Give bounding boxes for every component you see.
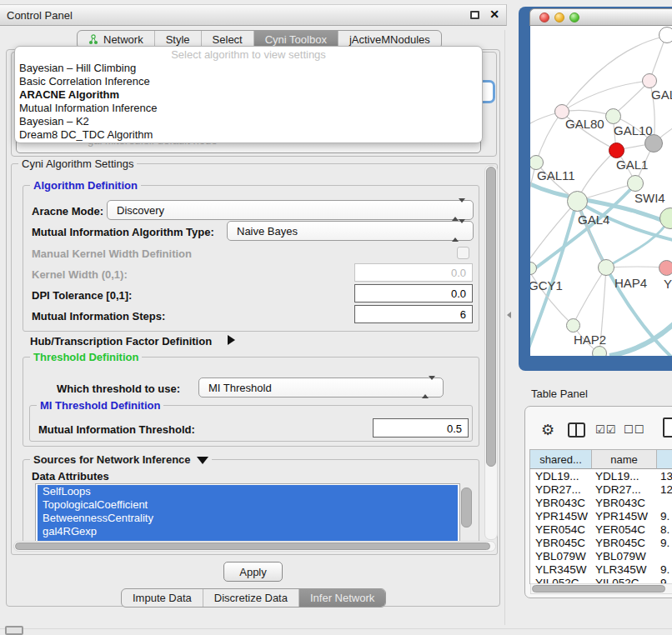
table-cell[interactable]: YBR043C — [535, 497, 585, 509]
table-cell[interactable]: 9. — [660, 510, 669, 522]
splitter-collapse-icon[interactable] — [507, 312, 511, 318]
kernel-width-label: Kernel Width (0,1): — [32, 268, 128, 281]
algorithm-option[interactable]: Bayesian – Hill Climbing — [15, 62, 482, 75]
settings-vscroll-thumb[interactable] — [486, 167, 496, 467]
hub-definition-label: Hub/Transcription Factor Definition — [30, 335, 212, 348]
float-window-icon[interactable] — [470, 11, 479, 19]
mi-threshold-group-title: MI Threshold Definition — [37, 399, 163, 412]
table-cell[interactable]: 8. — [660, 523, 669, 536]
control-panel-titlebar: Control Panel ✕ — [0, 4, 507, 26]
expand-arrow-icon[interactable] — [228, 335, 235, 345]
column-header-partial[interactable] — [656, 449, 672, 469]
network-node[interactable] — [627, 175, 644, 192]
node-label: GAL4 — [578, 212, 609, 227]
table-cell[interactable]: YDL19... — [595, 470, 639, 482]
network-node[interactable] — [659, 27, 672, 43]
settings-hscroll-thumb[interactable] — [15, 542, 490, 550]
settings-gear-icon[interactable]: ⚙ — [541, 421, 554, 438]
network-node[interactable] — [566, 318, 580, 332]
mi-steps-field[interactable]: 6 — [354, 305, 473, 323]
tab-impute-data[interactable]: Impute Data — [122, 589, 203, 607]
network-node[interactable] — [659, 260, 672, 276]
network-node[interactable] — [567, 191, 588, 212]
manual-kernel-width-label: Manual Kernel Width Definition — [32, 248, 192, 260]
table-panel: ⚙ ☑☑ ☐☐ YDL19... YDL19... 13 YDR27... YD… — [524, 406, 672, 598]
network-node[interactable] — [598, 259, 614, 276]
attribute-item[interactable]: gal4RGexp — [38, 525, 458, 538]
table-cell[interactable]: YER054C — [595, 523, 645, 536]
table-hscroll-thumb[interactable] — [532, 585, 665, 592]
network-canvas[interactable]: GAL80 GAL10 GAL1 GAL11 GAL4 SWI4 GCY1 HA… — [530, 26, 672, 356]
document-icon[interactable] — [663, 418, 672, 438]
mi-threshold-field[interactable]: 0.5 — [373, 418, 469, 438]
app-screen: Control Panel ✕ Network Style Select Cyn… — [0, 0, 672, 635]
algorithm-option[interactable]: Bayesian – K2 — [15, 115, 482, 128]
mi-steps-label: Mutual Information Steps: — [32, 310, 165, 322]
algorithm-option-selected[interactable]: ARACNE Algorithm — [15, 88, 482, 102]
table-cell[interactable]: YBL079W — [535, 550, 586, 562]
attribute-item[interactable]: BetweennessCentrality — [38, 512, 458, 525]
data-attributes-list: SelfLoops TopologicalCoefficient Between… — [35, 483, 460, 543]
data-attributes-label: Data Attributes — [32, 470, 109, 482]
table-cell[interactable]: YDL19... — [535, 470, 579, 482]
network-node[interactable] — [642, 73, 657, 88]
mac-minimize-icon[interactable] — [554, 12, 564, 22]
table-cell[interactable]: YLR345W — [595, 563, 647, 576]
aracne-mode-combo[interactable]: Discovery — [107, 200, 474, 220]
table-cell[interactable]: YPR145W — [535, 510, 588, 522]
panel-splitter[interactable] — [504, 30, 505, 625]
table-cell[interactable]: YBR045C — [535, 537, 585, 549]
dpi-tolerance-field[interactable]: 0.0 — [354, 284, 473, 302]
tab-discretize-data[interactable]: Discretize Data — [203, 589, 299, 607]
node-label: Y — [664, 277, 672, 291]
column-header-name[interactable]: name — [591, 449, 656, 469]
node-label: GCY1 — [530, 278, 563, 292]
network-window-frame: GAL80 GAL10 GAL1 GAL11 GAL4 SWI4 GCY1 HA… — [519, 7, 672, 371]
dpi-tolerance-label: DPI Tolerance [0,1]: — [32, 289, 132, 302]
node-label: GAL — [651, 88, 672, 102]
select-all-icon[interactable]: ☑☑ — [595, 423, 616, 436]
table-cell[interactable]: YBR043C — [595, 497, 645, 509]
attribute-item[interactable]: TopologicalCoefficient — [38, 498, 458, 512]
node-table: YDL19... YDL19... 13 YDR27... YDR27... 1… — [529, 449, 672, 584]
algorithm-option[interactable]: Dream8 DC_TDC Algorithm — [15, 128, 482, 142]
table-cell[interactable]: YBL079W — [595, 550, 646, 562]
collapse-arrow-icon[interactable] — [197, 457, 208, 464]
table-cell[interactable]: 13 — [660, 470, 672, 482]
aracne-mode-label: Aracne Mode: — [32, 205, 103, 218]
column-layout-icon[interactable] — [568, 422, 585, 438]
network-node[interactable] — [609, 142, 624, 158]
mac-close-icon[interactable] — [539, 12, 549, 22]
apply-button[interactable]: Apply — [223, 562, 283, 582]
sources-group-title: Sources for Network Inference — [30, 453, 212, 466]
algorithm-definition-title: Algorithm Definition — [30, 179, 141, 192]
table-cell[interactable]: YER054C — [535, 523, 585, 536]
table-cell[interactable]: YDR27... — [595, 483, 641, 496]
close-icon[interactable]: ✕ — [489, 8, 499, 21]
table-cell[interactable]: YLR345W — [535, 563, 587, 576]
combo-stepper-icon — [452, 223, 465, 238]
kernel-width-field[interactable]: 0.0 — [354, 263, 473, 282]
network-window-titlebar[interactable] — [529, 8, 672, 26]
attribute-item[interactable]: SelfLoops — [38, 485, 458, 498]
network-node[interactable] — [605, 108, 621, 124]
table-cell[interactable]: YBR045C — [595, 537, 645, 549]
mac-zoom-icon[interactable] — [569, 12, 579, 22]
table-cell[interactable]: YPR145W — [595, 510, 648, 522]
which-threshold-combo[interactable]: MI Threshold — [198, 378, 444, 398]
manual-kernel-width-checkbox[interactable] — [457, 247, 469, 259]
tab-infer-network[interactable]: Infer Network — [299, 589, 385, 607]
table-cell[interactable]: 12 — [660, 483, 672, 496]
column-header-shared-name[interactable]: shared... — [529, 449, 591, 469]
algorithm-option[interactable]: Mutual Information Inference — [15, 102, 482, 115]
mi-algorithm-type-combo[interactable]: Naive Bayes — [227, 221, 474, 241]
deselect-all-icon[interactable]: ☐☐ — [624, 423, 644, 436]
table-cell[interactable]: 9. — [660, 537, 669, 549]
node-label: GAL11 — [537, 168, 575, 182]
table-cell[interactable]: YDR27... — [535, 483, 581, 496]
table-cell[interactable]: 9. — [660, 563, 669, 576]
attributes-scrollbar-thumb[interactable] — [461, 488, 472, 528]
minimized-panel-icon[interactable] — [5, 626, 23, 635]
network-node[interactable] — [592, 346, 607, 356]
algorithm-option[interactable]: Basic Correlation Inference — [15, 75, 482, 88]
